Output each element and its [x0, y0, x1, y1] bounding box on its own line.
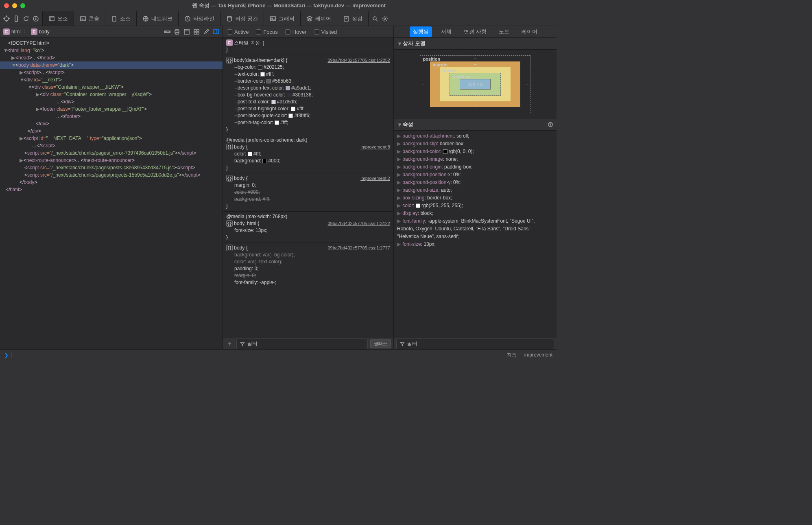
tab-graphics[interactable]: 그래픽 [264, 11, 301, 26]
console-prompt[interactable]: ❯ 자동 — improvement [0, 349, 557, 361]
svg-point-7 [227, 16, 231, 18]
selector[interactable]: body [234, 175, 244, 182]
css-declaration[interactable]: background: #000; [226, 158, 390, 164]
svg-rect-17 [184, 29, 189, 34]
zoom-window[interactable] [20, 3, 25, 8]
pseudo-hover[interactable]: Hover [285, 29, 307, 35]
tab-changes[interactable]: 변경 사항 [461, 26, 490, 37]
computed-property[interactable]: ▶ background-size: auto; [397, 186, 553, 194]
tab-audit[interactable]: 점검 [337, 11, 369, 26]
dom-tree[interactable]: <!DOCTYPE html> ▼<html lang="ko"> ▶<head… [0, 38, 223, 349]
css-declaration[interactable]: padding: 0; [226, 265, 390, 272]
css-declaration[interactable]: font-size: 13px; [226, 227, 390, 234]
download-icon[interactable] [33, 15, 39, 22]
tab-node[interactable]: 노드 [495, 26, 513, 37]
computed-property[interactable]: ▶ font-size: 13px; [397, 241, 553, 248]
target-icon[interactable] [3, 15, 10, 22]
tab-label: 콘솔 [89, 15, 99, 22]
tab-sources[interactable]: 소스 [105, 11, 137, 26]
css-declaration[interactable]: margin: 0; [226, 272, 390, 279]
styles-panel[interactable]: E 스타일 속성 { } {} body[data-theme=dark] {0… [223, 38, 393, 338]
grid-icon[interactable] [193, 28, 200, 35]
close-window[interactable] [4, 3, 9, 8]
pseudo-focus[interactable]: Focus [256, 29, 277, 35]
brush-icon[interactable] [203, 28, 210, 35]
computed-property[interactable]: ▶ background-attachment: scroll; [397, 132, 553, 140]
breadcrumb-body[interactable]: Ebody [31, 28, 50, 35]
source-link[interactable]: improvement:8 [360, 144, 390, 151]
box-content-size: 430 × 0 [460, 79, 490, 90]
source-link[interactable]: 09ba7bd402c57705.css:1:2777 [327, 245, 390, 252]
properties-header[interactable]: ▼속성 [394, 119, 557, 131]
pseudo-active[interactable]: Active [227, 29, 249, 35]
tab-fonts[interactable]: 서체 [438, 26, 455, 37]
css-declaration[interactable]: background: var(--bg-color); [226, 252, 390, 258]
css-declaration[interactable]: --text-color: #fff; [226, 71, 390, 78]
css-declaration[interactable]: --border-color: #585b63; [226, 78, 390, 85]
print-icon[interactable] [174, 28, 180, 35]
source-link[interactable]: improvement:2 [360, 175, 390, 182]
layout-icon[interactable] [183, 28, 190, 35]
css-declaration[interactable]: --post-text-highlight-color: #fff; [226, 105, 390, 112]
computed-property[interactable]: ▶ background-clip: border-box; [397, 140, 553, 148]
css-declaration[interactable]: --post-h-tag-color: #fff; [226, 119, 390, 126]
css-declaration[interactable]: color: #fff; [226, 151, 390, 158]
css-declaration[interactable]: color: var(--text-color); [226, 258, 390, 265]
svg-point-12 [384, 18, 386, 20]
source-link[interactable]: 09ba7bd402c57705.css:1:3122 [327, 220, 390, 227]
sidebar-toggle-icon[interactable] [213, 28, 219, 35]
console-context[interactable]: 자동 — improvement [507, 352, 552, 359]
classes-button[interactable]: 클래스 [370, 339, 391, 348]
sources-icon [111, 15, 118, 22]
tab-console[interactable]: 콘솔 [74, 11, 105, 26]
props-filter-input[interactable]: 필터 [396, 339, 554, 349]
selector[interactable]: body, html [234, 220, 256, 227]
device-icon[interactable] [13, 15, 20, 22]
source-link[interactable]: 09ba7bd402c57705.css:1:2252 [327, 57, 390, 64]
selector[interactable]: body [234, 245, 244, 252]
svg-rect-1 [15, 16, 17, 22]
computed-property[interactable]: ▶ background-image: none; [397, 155, 553, 163]
css-declaration[interactable]: color: #000; [226, 189, 390, 196]
computed-property[interactable]: ▶ background-position-y: 0%; [397, 179, 553, 186]
tab-computed[interactable]: 실행됨 [410, 26, 432, 37]
css-declaration[interactable]: --post-text-color: #d1d5db; [226, 98, 390, 105]
css-declaration[interactable]: --box-bg-hovered-color: #303136; [226, 92, 390, 98]
tab-storage[interactable]: 저장 공간 [220, 11, 264, 26]
tab-label: 요소 [57, 15, 68, 22]
tab-label: 레이어 [315, 15, 331, 22]
filter-props-icon[interactable] [548, 122, 553, 127]
tab-network[interactable]: 네트워크 [137, 11, 179, 26]
ruler-icon[interactable] [164, 28, 170, 35]
css-declaration[interactable]: margin: 0; [226, 182, 390, 189]
css-declaration[interactable]: --bg-color: #202125; [226, 64, 390, 71]
gear-icon[interactable] [382, 15, 388, 22]
css-declaration[interactable]: font-family: -apple-; [226, 279, 390, 286]
computed-property[interactable]: ▶ font-family: -apple-system, BlinkMacSy… [397, 217, 553, 241]
reload-icon[interactable] [23, 15, 29, 22]
css-declaration[interactable]: --post-block-quote-color: #f3f4f6; [226, 112, 390, 119]
css-declaration[interactable]: background: #fff; [226, 196, 390, 203]
pseudo-visited[interactable]: Visited [314, 29, 337, 35]
computed-property[interactable]: ▶ background-position-x: 0%; [397, 171, 553, 179]
styles-filter-input[interactable]: 필터 [236, 339, 368, 349]
audit-icon [343, 15, 349, 22]
tab-layer[interactable]: 레이어 [518, 26, 541, 37]
computed-property[interactable]: ▶ color: rgb(255, 255, 255); [397, 202, 553, 210]
tab-elements[interactable]: 요소 [43, 11, 74, 26]
box-model-header[interactable]: ▼상자 모델 [394, 38, 557, 50]
add-rule-button[interactable]: + [225, 340, 234, 348]
css-declaration[interactable]: --description-text-color: #a9adc1; [226, 85, 390, 92]
computed-property[interactable]: ▶ display: block; [397, 210, 553, 217]
computed-property[interactable]: ▶ background-origin: padding-box; [397, 163, 553, 171]
selector[interactable]: body [234, 144, 244, 151]
search-icon[interactable] [372, 15, 378, 22]
tab-layers[interactable]: 레이어 [301, 11, 337, 26]
breadcrumb-html[interactable]: Ehtml [3, 28, 21, 35]
tab-timeline[interactable]: 타임라인 [179, 11, 220, 26]
selector[interactable]: body[data-theme=dark] [234, 57, 284, 64]
computed-property[interactable]: ▶ box-sizing: border-box; [397, 194, 553, 202]
computed-property[interactable]: ▶ background-color: rgb(0, 0, 0); [397, 148, 553, 155]
computed-properties[interactable]: ▶ background-attachment: scroll;▶ backgr… [394, 131, 557, 338]
minimize-window[interactable] [12, 3, 17, 8]
